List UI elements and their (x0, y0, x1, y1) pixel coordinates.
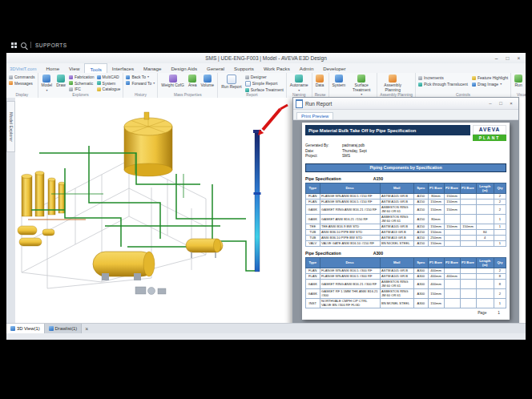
autoname-button[interactable]: Autoname▾ (289, 74, 309, 92)
forward-to-button[interactable]: Forward To▾ (126, 81, 155, 86)
ribbon-group-visual-queries: Run Configure Visual Queries (511, 73, 526, 98)
table-row: GASKGASKET RING ANSI B16.21 #150 RFASBES… (306, 204, 506, 214)
ifc-icon (69, 87, 73, 91)
table-row: FLANFLANGE WN ANSI B16.5 #300 RFASTM A10… (306, 268, 506, 273)
table-row: TUBANSI B36.10 PIPE BW STDASTM A53 GR.BA… (306, 235, 506, 240)
ribbon-tab[interactable]: Admin (295, 63, 319, 73)
ribbon-tab[interactable]: View (64, 63, 84, 73)
ribbon: Commands Messages Display Model▾ Draw Fa… (6, 73, 526, 99)
page-footer: Page 1 (478, 311, 500, 315)
column-header: Qty (494, 257, 506, 268)
table-row: GASKGASKET ANSI B16.21 #150 RFASBESTOS R… (306, 214, 506, 224)
volume-button[interactable]: Volume (200, 74, 215, 88)
column-header: P1 Bore (428, 257, 444, 268)
run-query-button[interactable]: Run (514, 74, 523, 88)
highlighted-pipe[interactable] (253, 130, 261, 272)
ribbon-group-assign: System Surface Treatment▾ Assign (329, 73, 378, 98)
commands-button[interactable]: Commands (9, 75, 35, 79)
minimize-button[interactable]: – (491, 54, 502, 62)
fabrication-icon (69, 75, 73, 79)
pumps[interactable] (135, 287, 166, 295)
ribbon-tab[interactable]: Work Packs (259, 63, 295, 73)
spec-table-a150: TypeDescMatlSpecP1 BoreP2 BoreP3 BoreLen… (305, 183, 506, 247)
table-row: FLANFLANGE WN ANSI B16.5 #150 RFASTM A10… (306, 199, 506, 204)
column-header: Desc (320, 183, 380, 193)
bottom-bar: 3D View(1) Drawlist(1) × (6, 323, 526, 340)
ribbon-tab[interactable]: Interfaces (107, 63, 139, 73)
data-button[interactable]: Data (315, 74, 325, 88)
page-footer-value: 1 (498, 311, 500, 315)
ribbon-tab[interactable]: Manage (139, 63, 166, 73)
close-button[interactable]: × (514, 54, 524, 62)
schematic-button[interactable]: Schematic (69, 81, 95, 86)
print-preview-tab[interactable]: Print Preview (296, 112, 333, 119)
system-explorer-button[interactable]: System (97, 81, 121, 86)
table-row: VALVVALVE GATE ANSI B16.10 #150 RFBN NIC… (306, 240, 506, 246)
model-explorer-tab[interactable]: Model Explorer (6, 101, 15, 152)
aveva-logo-text: AVEVA (473, 125, 506, 135)
model-icon (42, 75, 50, 83)
spec-name: A300 (373, 251, 383, 256)
dialog-minimize-button[interactable]: – (486, 99, 495, 107)
ribbon-group-explorers: Model▾ Draw Fabrication Schematic IFC Mu… (38, 73, 124, 98)
increments-button[interactable]: Increments (418, 75, 468, 80)
surface-treatment-report-button[interactable]: Surface Treatment (245, 87, 284, 92)
aveva-plant-logo: AVEVA PLANT (473, 125, 506, 141)
ribbon-tab[interactable]: Home (42, 63, 65, 73)
volume-icon (204, 75, 212, 83)
system-gear-icon (335, 75, 343, 83)
model-explorer-button[interactable]: Model▾ (41, 74, 54, 92)
dialog-close-button[interactable]: × (506, 99, 516, 107)
column-header: Matl (380, 257, 414, 268)
ribbon-group-assembly-planning: Assembly Planning Assembly Planning (377, 73, 416, 98)
app-menu-icon[interactable] (11, 42, 17, 48)
spec-section-header: Pipe Specification A150 (305, 176, 506, 181)
maximize-button[interactable]: □ (502, 54, 513, 62)
page-footer-label: Page (478, 311, 486, 315)
column-header: Type (306, 257, 320, 268)
pick-through-translucent-button[interactable]: Pick through Translucent (418, 82, 468, 87)
messages-button[interactable]: Messages (9, 81, 35, 86)
drag-image-button[interactable]: Drag Image▾ (472, 82, 508, 87)
assign-surface-treatment-button[interactable]: Surface Treatment▾ (349, 74, 374, 97)
divider (30, 42, 31, 48)
weight-cofg-button[interactable]: Weight CofG (160, 74, 185, 88)
assembly-planning-button[interactable]: Assembly Planning (380, 74, 405, 92)
view-tab-close-button[interactable]: × (82, 324, 91, 333)
feature-highlight-button[interactable]: Feature Highlight (472, 75, 508, 80)
meta-label: Project: (305, 154, 342, 159)
column-vessels[interactable] (18, 171, 65, 246)
back-to-button[interactable]: Back To▾ (126, 75, 155, 79)
simple-report-button[interactable]: Simple Report (245, 81, 284, 87)
column-header: Type (306, 183, 320, 193)
system-icon (97, 81, 101, 85)
assign-system-button[interactable]: System (332, 74, 347, 88)
dialog-maximize-button[interactable]: □ (496, 99, 506, 107)
area-button[interactable]: Area (187, 74, 198, 88)
ribbon-tab[interactable]: Design Aids (166, 63, 202, 73)
ribbon-tab[interactable]: Tools (84, 63, 107, 73)
dialog-title: Run Report (305, 101, 483, 107)
multicad-button[interactable]: MultiCAD (97, 75, 121, 79)
dome-tank[interactable] (124, 112, 172, 176)
dialog-tab-strip: Print Preview (293, 110, 518, 120)
view-tab[interactable]: Drawlist(1) (45, 324, 83, 333)
view-tab[interactable]: 3D View(1) (6, 324, 45, 333)
run-report-button[interactable]: Run Report (220, 74, 243, 90)
column-header: Desc (320, 257, 380, 268)
designer-button[interactable]: Designer (245, 75, 284, 79)
fabrication-button[interactable]: Fabrication (69, 75, 95, 79)
search-icon[interactable] (21, 42, 26, 48)
ifc-button[interactable]: IFC (69, 87, 95, 91)
ribbon-tab[interactable]: General (202, 63, 229, 73)
catalogue-icon (97, 87, 101, 91)
ribbon-tab[interactable]: Developer (318, 63, 350, 73)
supports-label[interactable]: SUPPORTS (35, 42, 67, 48)
draw-explorer-button[interactable]: Draw (55, 74, 66, 88)
print-preview-area[interactable]: Pipe Material Bulk Take Off by Pipe Spec… (293, 120, 518, 323)
autoname-icon (295, 75, 303, 83)
horizontal-tank[interactable] (93, 252, 155, 280)
view-tabs: 3D View(1) Drawlist(1) × (6, 324, 91, 333)
catalogue-button[interactable]: Catalogue (97, 87, 121, 91)
ribbon-tab[interactable]: Supports (229, 63, 259, 73)
